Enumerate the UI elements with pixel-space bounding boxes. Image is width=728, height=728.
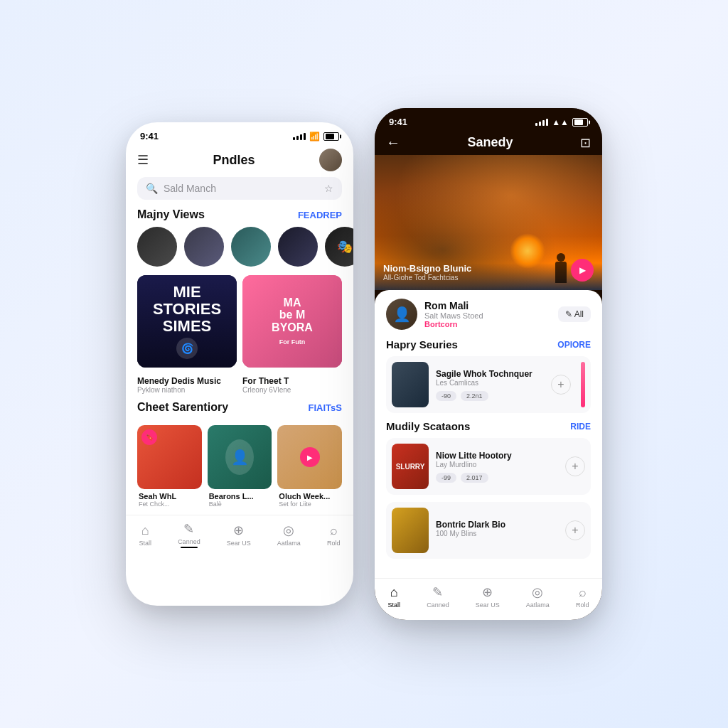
movie-card-1[interactable]: MIE STORIES SIMES 🌀 [137,275,237,368]
track-item-3[interactable]: Bontric Dlark Bio 100 My Blins + [386,502,591,559]
track-artist-1: Les Camlicas [436,379,544,387]
search-bar[interactable]: 🔍 Sald Manch ☆ [137,177,342,200]
tab-search-right[interactable]: ⊕ Sear US [476,584,500,609]
movie-label-2: For Theet T [242,376,342,386]
hero-title: Niom-Bsigno Blunic [383,263,471,274]
play-button-hero[interactable]: ▶ [571,259,594,282]
tab-aatlama-right[interactable]: ◎ Aatlama [526,584,550,609]
tab-canned-right[interactable]: ✎ Canned [427,584,449,609]
search-icon: 🔍 [146,183,158,194]
play-button[interactable]: ▶ [300,447,320,467]
battery-icon [323,132,339,141]
tab-rold-label-right: Rold [576,601,589,609]
card-3[interactable]: ▶ Oluch Week... Set for Liite [277,425,342,508]
tab-stall-right[interactable]: ⌂ Stall [388,585,401,609]
track-artist-3: 100 My Blins [436,530,558,537]
circle-icon-right: ◎ [532,584,543,600]
movie-card-2[interactable]: MAbe MBYORAFor Futn [242,275,342,368]
add-button-1[interactable]: + [551,375,571,395]
track-thumb-3 [392,508,429,553]
track-tag-4: 2.017 [461,473,488,483]
favorite-icon[interactable]: ☆ [324,183,333,194]
card-label-3: Oluch Week... [277,492,342,500]
movie-sub-2: Crleony 6Vlene [242,386,342,394]
cards-row: 🔖 Seah WhL Fet Chck... 👤 Bearons L... Ba… [126,419,353,508]
tab-active-indicator [181,547,198,548]
track-tag-2: 2.2n1 [461,391,488,401]
artist-name: Rom Mali [424,300,551,311]
track-thumb-2: SLURRY [392,444,429,489]
search2-icon-right: ⌕ [579,585,587,600]
cheet-action[interactable]: FIAITsS [309,402,342,413]
tab-rold-label: Rold [327,540,341,547]
track-item-2[interactable]: SLURRY Niow Litte Hootory Lay Murdlino -… [386,438,591,495]
avatar-item[interactable] [137,227,177,267]
time-left: 9:41 [140,131,159,141]
color-indicator-1 [581,362,585,407]
many-views-action[interactable]: FEADREP [298,210,342,220]
menu-icon[interactable]: ☰ [137,152,149,168]
plus-circle-icon-right: ⊕ [482,584,493,600]
status-icons-right: ▲▲ [535,117,588,127]
edit-icon-right: ✎ [432,584,443,600]
movie-title-1: MIE STORIES SIMES [137,284,237,336]
tab-stall-label: Stall [139,540,152,547]
time-right: 9:41 [389,117,407,127]
app-title: Pndles [213,153,255,168]
add-button-2[interactable]: + [565,456,585,476]
back-button[interactable]: ← [386,134,400,151]
mudily-action[interactable]: RIDE [570,422,591,432]
card-sub-3: Set for Liite [277,500,342,508]
track-tag-1: -90 [436,391,456,401]
person-silhouette [555,253,567,283]
battery-icon-dark [572,118,588,127]
track-title-3: Bontric Dlark Bio [436,520,558,530]
tab-search[interactable]: ⊕ Sear US [227,523,251,547]
happy-series-action[interactable]: OPIORE [557,340,591,350]
avatar[interactable] [319,149,342,171]
tab-bar-right: ⌂ Stall ✎ Canned ⊕ Sear US ◎ Aatlama ⌕ [375,578,602,620]
happy-series-title: Hapry Seuries [386,338,458,350]
add-button-3[interactable]: + [565,520,585,540]
track-tags-2: -99 2.017 [436,473,558,483]
artist-link[interactable]: Bortcorn [424,320,551,328]
many-views-header: Majny Views FEADREP [126,208,353,227]
artist-sub: Salt Maws Stoed [424,311,551,320]
track-artist-2: Lay Murdlino [436,461,558,469]
hero-area: Niom-Bsigno Blunic All-Giohe Tod Fachtci… [375,155,602,290]
hero-subtitle: All-Giohe Tod Fachtcias [383,274,471,282]
tab-aatlama[interactable]: ◎ Aatlama [277,523,301,547]
card-1[interactable]: 🔖 Seah WhL Fet Chck... [137,425,202,508]
artist-info: Rom Mali Salt Maws Stoed Bortcorn [424,300,551,328]
cheet-header: Cheet Sarentiory FIAITsS [126,401,353,419]
happy-series-header: Hapry Seuries OPIORE [386,338,591,350]
avatar-item[interactable] [231,227,271,267]
track-info-2: Niow Litte Hootory Lay Murdlino -99 2.01… [436,451,558,483]
avatar-item[interactable] [278,227,318,267]
track-thumb-1 [392,362,429,407]
artist-row: 👤 Rom Mali Salt Maws Stoed Bortcorn ✎ Al… [386,299,591,330]
right-header: ← Sanedy ⊡ [375,130,602,151]
tab-rold-right[interactable]: ⌕ Rold [576,585,589,609]
tab-canned[interactable]: ✎ Canned [178,521,200,548]
share-button[interactable]: ⊡ [580,135,591,151]
tab-bar-left: ⌂ Stall ✎ Canned ⊕ Sear US ◎ Aatlama ⌕ R… [126,515,353,557]
card-label-1: Seah WhL [137,492,202,500]
movie-label-1: Menedy Dedis Music [137,376,237,386]
movie-info-2: For Theet T Crleony 6Vlene [242,376,342,394]
card-2[interactable]: 👤 Bearons L... Balè [208,425,272,508]
white-content: 👤 Rom Mali Salt Maws Stoed Bortcorn ✎ Al… [375,290,602,578]
tab-rold[interactable]: ⌕ Rold [327,523,341,547]
tab-search-label-right: Sear US [476,601,500,609]
all-button[interactable]: ✎ All [558,306,591,322]
plus-circle-icon: ⊕ [233,523,244,538]
track-item-1[interactable]: Sagile Whok Tochnquer Les Camlicas -90 2… [386,356,591,413]
signal-icon [293,133,306,140]
avatar-row: 🎭 [126,227,353,275]
status-icons-left: 📶 [293,132,339,141]
card-sub-1: Fet Chck... [137,500,202,508]
home-icon-right: ⌂ [390,585,398,600]
avatar-item[interactable] [184,227,224,267]
tab-stall[interactable]: ⌂ Stall [139,523,152,547]
avatar-item[interactable]: 🎭 [325,227,353,267]
